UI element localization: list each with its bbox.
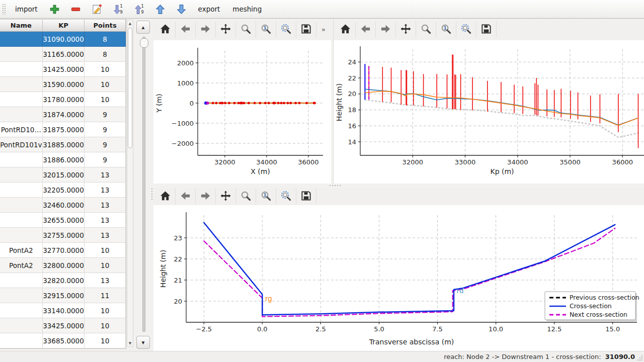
zoom-selection-button[interactable] — [276, 22, 296, 38]
cross-section-canvas[interactable]: −2.50.02.55.07.510.012.515.020212223Tran… — [153, 205, 644, 351]
table-row[interactable]: 31590.000010 — [0, 77, 126, 92]
table-row[interactable]: PontRD10…31875.00009 — [0, 122, 126, 137]
previous-section-button[interactable]: ▲ — [136, 21, 150, 34]
table-scroll-up-button[interactable]: ▲ — [127, 20, 133, 27]
back-button[interactable] — [176, 189, 196, 205]
slider-track[interactable] — [142, 37, 145, 332]
remove-cross-section-button[interactable] — [67, 2, 84, 17]
svg-text:7.5: 7.5 — [432, 325, 443, 333]
cell-kp: 31875.0000 — [43, 122, 85, 137]
back-icon — [360, 23, 371, 36]
profile-view-plot[interactable]: 3200033000340003500036000141618202224Kp … — [334, 40, 644, 184]
table-row[interactable]: 33425.000010 — [0, 318, 126, 333]
cross-section-view-plot[interactable]: −2.50.02.55.07.510.012.515.020212223Tran… — [153, 205, 644, 351]
table-row[interactable]: 31874.00009 — [0, 107, 126, 122]
cell-kp: 31425.0000 — [43, 62, 85, 77]
cross-section-view-widget: 1 −2.50.02.55.07.510.012.515.020212223Tr… — [153, 188, 644, 351]
table-scrollbar-thumb[interactable] — [128, 28, 132, 148]
forward-button[interactable] — [196, 189, 216, 205]
forward-button[interactable] — [196, 22, 216, 38]
cell-name — [0, 228, 43, 243]
profile-view-canvas[interactable]: 3200033000340003500036000141618202224Kp … — [334, 40, 644, 184]
table-row[interactable]: 32655.000013 — [0, 213, 126, 228]
zoom-button[interactable] — [416, 22, 436, 38]
save-button[interactable] — [476, 22, 497, 38]
save-button[interactable] — [296, 189, 316, 205]
table-row[interactable]: 33140.000010 — [0, 303, 126, 318]
slider-handle[interactable] — [140, 38, 148, 48]
table-row[interactable]: 32015.000013 — [0, 167, 126, 183]
pan-button[interactable] — [396, 22, 416, 38]
svg-text:18: 18 — [348, 106, 356, 114]
pan-icon — [400, 23, 412, 36]
next-section-button[interactable]: ▼ — [136, 336, 150, 349]
table-row[interactable]: 32205.000013 — [0, 183, 126, 198]
plan-view-plot[interactable]: 320003400036000−2000−1000010002000X (m)Y… — [153, 40, 331, 184]
svg-text:22: 22 — [174, 255, 182, 263]
cell-kp: 31090.0000 — [43, 32, 85, 47]
sort-ascending-button[interactable]: 19 — [131, 2, 147, 17]
table-row[interactable]: 32755.000013 — [0, 228, 126, 243]
table-row[interactable]: 33685.000010 — [0, 333, 126, 348]
zoom-button[interactable] — [236, 22, 256, 38]
add-cross-section-button[interactable] — [46, 2, 63, 17]
zoom-selection-button[interactable] — [276, 189, 296, 205]
table-row[interactable]: 32820.000013 — [0, 273, 126, 288]
toolbar-grip-icon[interactable] — [2, 4, 6, 15]
svg-text:15.0: 15.0 — [605, 325, 620, 333]
save-button[interactable] — [296, 22, 316, 38]
table-row[interactable]: 31165.00008 — [0, 47, 126, 62]
table-row[interactable]: 31090.00008 — [0, 32, 126, 47]
sort-descending-button[interactable]: 19 — [110, 2, 126, 17]
column-header-kp[interactable]: KP — [43, 20, 85, 32]
zoom-selection-button[interactable] — [456, 22, 476, 38]
horizontal-splitter[interactable] — [153, 184, 644, 188]
back-button[interactable] — [356, 22, 376, 38]
zoom-button[interactable] — [236, 189, 256, 205]
table-row[interactable]: 31886.00009 — [0, 152, 126, 167]
zoom-icon — [240, 190, 252, 203]
cell-points: 10 — [85, 77, 126, 92]
svg-text:Y (m): Y (m) — [155, 94, 163, 113]
cell-name — [0, 288, 43, 303]
plan-view-canvas[interactable]: 320003400036000−2000−1000010002000X (m)Y… — [153, 40, 331, 184]
table-scrollbar[interactable]: ▲ ▼ — [127, 20, 133, 347]
move-up-button[interactable] — [152, 2, 169, 17]
table-row[interactable]: PontRD101v31885.00009 — [0, 137, 126, 152]
cross-section-table[interactable]: NameKPPoints 31090.0000831165.0000831425… — [0, 19, 126, 349]
toolbar-overflow-button[interactable]: » — [317, 26, 330, 33]
home-button[interactable] — [336, 22, 356, 38]
table-row[interactable]: 32460.000013 — [0, 198, 126, 213]
zoom-original-button[interactable]: 1 — [256, 22, 276, 38]
table-row[interactable]: 31425.000010 — [0, 62, 126, 77]
svg-text:36000: 36000 — [298, 158, 318, 166]
table-row[interactable]: 32915.000011 — [0, 288, 126, 303]
table-row[interactable]: PontA232770.000010 — [0, 243, 126, 258]
move-down-button[interactable] — [173, 2, 190, 17]
zoom-icon — [240, 23, 252, 36]
zoom-original-button[interactable]: 1 — [256, 189, 276, 205]
cell-name: PontA2 — [0, 243, 43, 258]
cell-points: 13 — [85, 228, 126, 243]
home-button[interactable] — [155, 189, 176, 205]
table-row[interactable]: 31780.000010 — [0, 92, 126, 107]
forward-button[interactable] — [376, 22, 396, 38]
pan-button[interactable] — [216, 189, 236, 205]
export-button[interactable]: export — [194, 3, 224, 15]
svg-text:1000: 1000 — [177, 79, 194, 87]
import-button[interactable]: import — [11, 3, 42, 15]
cell-points: 13 — [85, 183, 126, 198]
table-scroll-down-button[interactable]: ▼ — [127, 340, 133, 346]
column-header-points[interactable]: Points — [85, 20, 126, 32]
remove-icon — [69, 3, 82, 16]
edit-cross-section-button[interactable] — [89, 2, 105, 17]
back-button[interactable] — [176, 22, 196, 38]
resize-grip-icon[interactable] — [641, 359, 642, 360]
zoom-original-button[interactable]: 1 — [436, 22, 456, 38]
svg-text:Previous cross-section: Previous cross-section — [570, 294, 639, 301]
meshing-button[interactable]: meshing — [228, 3, 266, 15]
table-row[interactable]: PontA232800.000010 — [0, 258, 126, 273]
home-button[interactable] — [155, 22, 176, 38]
pan-button[interactable] — [216, 22, 236, 38]
column-header-name[interactable]: Name — [0, 20, 43, 32]
